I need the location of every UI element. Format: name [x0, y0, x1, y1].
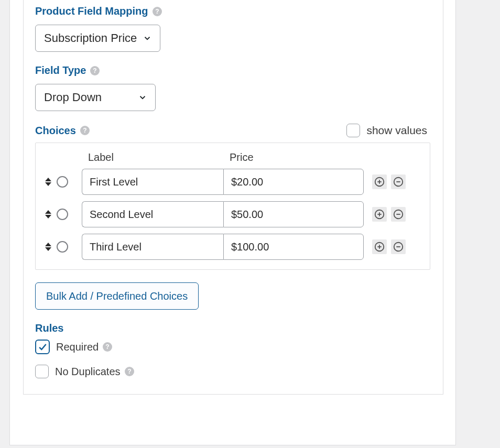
svg-text:?: ? [83, 127, 86, 134]
rule-row-no-duplicates: No Duplicates ? [35, 365, 430, 378]
product-field-mapping-select[interactable]: Subscription Price [35, 25, 160, 52]
no-duplicates-checkbox[interactable] [35, 365, 49, 378]
show-values-checkbox[interactable] [346, 124, 360, 137]
add-choice-button[interactable] [372, 174, 387, 189]
field-type-selected: Drop Down [44, 91, 102, 104]
help-icon[interactable]: ? [103, 342, 112, 352]
choice-row [40, 201, 423, 227]
choice-label-input[interactable] [82, 201, 223, 227]
remove-choice-button[interactable] [391, 207, 406, 222]
choice-label-input[interactable] [82, 169, 223, 195]
show-values-label: show values [366, 124, 427, 137]
default-choice-radio[interactable] [57, 241, 68, 253]
drag-handle-icon[interactable] [44, 210, 52, 218]
field-type-title: Field Type [35, 64, 86, 77]
default-choice-radio[interactable] [57, 209, 68, 220]
help-icon[interactable]: ? [80, 126, 90, 135]
section-rules: Rules Required ? [24, 310, 443, 378]
choice-price-input[interactable] [223, 169, 364, 195]
svg-text:?: ? [155, 8, 159, 15]
bulk-add-label: Bulk Add / Predefined Choices [46, 290, 188, 302]
svg-text:?: ? [106, 343, 110, 351]
section-field-type: Field Type ? Drop Down [24, 52, 443, 111]
choices-panel: Label Price [35, 143, 430, 270]
chevron-down-icon [137, 92, 148, 103]
add-choice-button[interactable] [372, 207, 387, 222]
product-field-mapping-selected: Subscription Price [44, 31, 137, 45]
section-title: Field Type ? [35, 64, 430, 77]
drag-handle-icon[interactable] [44, 178, 52, 186]
drag-handle-icon[interactable] [44, 243, 52, 251]
default-choice-radio[interactable] [57, 176, 68, 188]
chevron-down-icon [142, 33, 153, 43]
remove-choice-button[interactable] [391, 174, 406, 189]
choices-title: Choices [35, 125, 76, 137]
column-header-label: Label [82, 151, 223, 163]
remove-choice-button[interactable] [391, 239, 406, 254]
no-duplicates-label: No Duplicates [55, 366, 121, 378]
help-icon[interactable]: ? [90, 66, 100, 75]
svg-text:?: ? [93, 67, 97, 74]
choices-column-headers: Label Price [40, 151, 423, 163]
settings-panel: Product Field Mapping ? Subscription Pri… [23, 0, 443, 395]
column-header-price: Price [223, 151, 364, 163]
svg-text:?: ? [127, 368, 131, 375]
choice-label-input[interactable] [82, 234, 223, 260]
help-icon[interactable]: ? [153, 7, 162, 16]
section-title: Rules [35, 322, 430, 334]
add-choice-button[interactable] [372, 239, 387, 254]
field-type-select[interactable]: Drop Down [35, 84, 156, 111]
choice-price-input[interactable] [223, 234, 364, 260]
section-title: Product Field Mapping ? [35, 5, 430, 17]
rule-row-required: Required ? [35, 340, 430, 354]
section-product-field-mapping: Product Field Mapping ? Subscription Pri… [24, 0, 443, 52]
section-choices: Choices ? show values Label Price [24, 111, 443, 310]
choice-row [40, 234, 423, 260]
choice-row [40, 169, 423, 195]
help-icon[interactable]: ? [125, 367, 134, 376]
outer-panel: Product Field Mapping ? Subscription Pri… [9, 0, 456, 445]
choice-price-input[interactable] [223, 201, 364, 227]
rules-title: Rules [35, 322, 63, 334]
required-checkbox[interactable] [35, 340, 50, 354]
bulk-add-button[interactable]: Bulk Add / Predefined Choices [35, 282, 199, 310]
required-label: Required [56, 341, 99, 353]
product-field-mapping-title: Product Field Mapping [35, 5, 148, 17]
